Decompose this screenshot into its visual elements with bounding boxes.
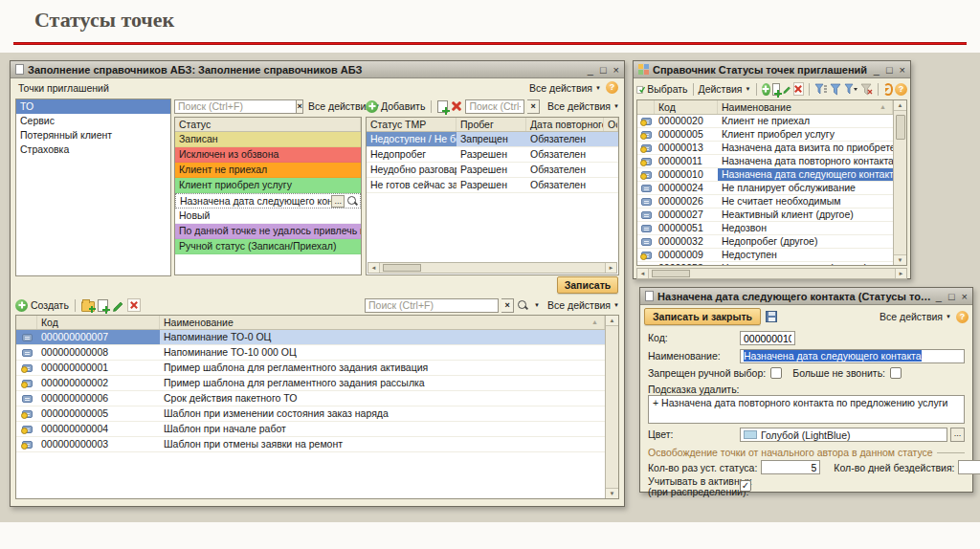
scroll-down-icon[interactable]: ▼: [606, 488, 618, 498]
table-row[interactable]: 00000053 Некорректные данные (другое): [637, 262, 893, 265]
code-field[interactable]: [740, 331, 795, 345]
invitation-point-item[interactable]: ТО: [16, 99, 170, 114]
name-field[interactable]: Назначена дата следующего контакта: [740, 349, 965, 363]
tmr-search-input[interactable]: [465, 99, 524, 114]
table-row[interactable]: 00000032 Недопробег (другое): [637, 235, 893, 249]
actions-menu-button[interactable]: Действия ▼: [699, 83, 751, 95]
scrollbar-thumb[interactable]: [383, 264, 421, 272]
column-header-code[interactable]: Код: [37, 316, 160, 329]
help-icon[interactable]: ?: [606, 81, 618, 94]
column-header-name[interactable]: Наименование ▲: [160, 316, 605, 329]
window-titlebar[interactable]: Справочник Статусы точек приглашений _ □…: [634, 61, 910, 78]
copy-icon[interactable]: [772, 83, 780, 96]
color-picker-button[interactable]: ...: [950, 428, 965, 442]
table-row[interactable]: 00000026 Не считает необходимым: [637, 195, 893, 209]
table-row[interactable]: Неудобно разговарива... Разрешен Обязате…: [367, 163, 618, 178]
delete-icon[interactable]: [793, 82, 804, 96]
invitation-point-item[interactable]: Потерянный клиент: [16, 128, 170, 143]
status-row[interactable]: Клиент не приехал ...: [175, 163, 361, 178]
scrollbar-thumb[interactable]: [896, 115, 905, 140]
table-row[interactable]: 000000000002 Пример шаблона для регламен…: [16, 376, 605, 391]
minimize-icon[interactable]: _: [874, 63, 880, 77]
column-header-status[interactable]: Статус: [175, 118, 361, 131]
color-field[interactable]: Голубой (LightBlue): [740, 428, 947, 442]
copy-icon[interactable]: [437, 100, 448, 113]
scrollbar-thumb[interactable]: [652, 270, 690, 277]
close-icon[interactable]: ×: [613, 63, 619, 77]
select-button[interactable]: Выбрать: [647, 83, 687, 95]
table-row[interactable]: 00000020 Клиент не приехал: [637, 115, 893, 128]
add-button[interactable]: Добавить: [381, 100, 425, 112]
tmr-all-actions-button[interactable]: Все действия ▼: [547, 100, 619, 112]
minimize-icon[interactable]: _: [936, 290, 942, 303]
search-mode-icon[interactable]: [517, 299, 528, 311]
column-header[interactable]: Статус ТМР: [367, 118, 457, 131]
scroll-right-icon[interactable]: ►: [605, 263, 616, 273]
scroll-left-icon[interactable]: ◄: [368, 263, 380, 273]
close-icon[interactable]: ×: [962, 290, 968, 303]
status-row[interactable]: Записан ...: [175, 132, 361, 147]
table-row[interactable]: 000000000001 Пример шаблона для регламен…: [16, 361, 605, 376]
clear-search-icon[interactable]: ×: [501, 298, 514, 313]
table-row[interactable]: 000000000007 Напоминание ТО-0 ОЦ: [16, 330, 605, 345]
status-row[interactable]: Новый ...: [175, 209, 361, 224]
vertical-scrollbar[interactable]: ▲ ▼: [605, 316, 618, 498]
table-row[interactable]: 00000024 Не планирует обслуживание: [637, 182, 893, 195]
table-row[interactable]: 00000027 Неактивный клиент (другое): [637, 209, 893, 222]
status-row[interactable]: По данной точке не удалось привлечь клие…: [175, 224, 361, 239]
table-row[interactable]: 00000013 Назначена дата визита по приобр…: [637, 142, 893, 155]
table-row[interactable]: 00000011 Назначена дата повторного конта…: [637, 155, 893, 168]
table-row[interactable]: 000000000004 Шаблон при начале работ: [16, 422, 605, 437]
table-row[interactable]: 00000051 Недозвон: [637, 222, 893, 235]
horizontal-scrollbar[interactable]: ◄ ►: [636, 268, 907, 279]
status-row[interactable]: Исключен из обзвона ...: [175, 147, 361, 163]
scroll-left-icon[interactable]: ◄: [637, 269, 649, 278]
create-icon[interactable]: [15, 299, 28, 312]
clear-filter-icon[interactable]: [860, 83, 873, 96]
add-icon[interactable]: [762, 83, 770, 96]
status-search-input[interactable]: [174, 99, 297, 114]
table-row[interactable]: 000000000008 Напоминание ТО-10 000 ОЦ: [16, 345, 605, 361]
status-row[interactable]: Клиент приобрел услугу ...: [175, 178, 361, 193]
save-icon[interactable]: [766, 311, 777, 322]
refresh-icon[interactable]: [883, 83, 893, 96]
days-field[interactable]: [958, 460, 980, 474]
save-close-button[interactable]: Записать и закрыть: [644, 308, 761, 325]
delete-icon[interactable]: [127, 298, 141, 312]
minimize-icon[interactable]: _: [588, 63, 593, 77]
table-row[interactable]: Не готов сейчас запис... Разрешен Обязат…: [367, 178, 618, 193]
maximize-icon[interactable]: □: [886, 63, 893, 77]
column-header[interactable]: Пробег: [457, 118, 526, 131]
save-button[interactable]: Записать: [557, 276, 618, 294]
vertical-scrollbar[interactable]: ▲ ▼: [893, 100, 906, 265]
filter-menu-icon[interactable]: [844, 83, 858, 96]
invitation-point-item[interactable]: Сервис: [16, 114, 170, 128]
maximize-icon[interactable]: □: [600, 63, 607, 77]
templates-search-input[interactable]: [365, 298, 499, 313]
create-group-icon[interactable]: [81, 301, 95, 312]
table-row[interactable]: 000000000005 Шаблон при изменении состоя…: [16, 406, 605, 422]
table-row[interactable]: Недопробег Разрешен Обязателен: [367, 147, 618, 163]
clear-search-icon[interactable]: ×: [297, 99, 303, 114]
status-row[interactable]: Назначена дата следующего контакта ...: [175, 193, 361, 209]
table-row[interactable]: 000000000003 Шаблон при отмены заявки на…: [16, 437, 605, 452]
edit-pencil-icon[interactable]: [111, 298, 124, 312]
set-list-filter-icon[interactable]: [814, 83, 828, 96]
all-actions-button[interactable]: Все действия ▼: [529, 82, 601, 94]
manual-forbidden-checkbox[interactable]: [770, 367, 782, 379]
copy-icon[interactable]: [98, 299, 108, 312]
filter-icon[interactable]: [830, 83, 842, 96]
invitation-point-item[interactable]: Страховка: [16, 143, 170, 157]
table-row[interactable]: 00000010 Назначена дата следующего конта…: [637, 168, 893, 182]
column-header-name[interactable]: Наименование ▲: [718, 100, 893, 114]
maximize-icon[interactable]: □: [948, 290, 955, 303]
column-header[interactable]: Ос: [604, 118, 618, 131]
window-titlebar[interactable]: Заполнение справочников АБЗ: Заполнение …: [11, 61, 624, 78]
edit-pencil-icon[interactable]: [782, 82, 791, 96]
scroll-down-icon[interactable]: ▼: [894, 254, 906, 265]
window-titlebar[interactable]: Назначена дата следующего контакта (Стат…: [640, 288, 972, 305]
scroll-up-icon[interactable]: ▲: [606, 316, 618, 326]
table-row[interactable]: 00000005 Клиент приобрел услугу: [637, 128, 893, 142]
scroll-up-icon[interactable]: ▲: [894, 100, 906, 111]
delete-icon[interactable]: [451, 100, 462, 112]
